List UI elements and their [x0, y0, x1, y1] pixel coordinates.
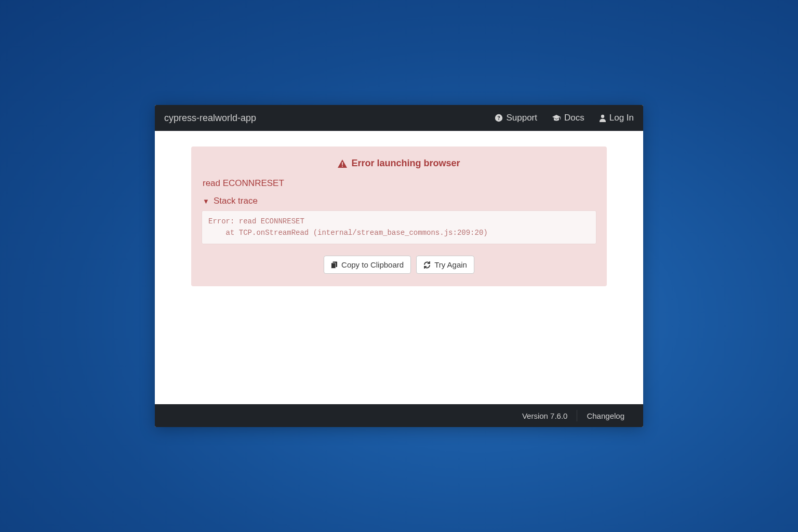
version-label: Version 7.6.0	[513, 411, 577, 420]
footer-bar: Version 7.6.0 Changelog	[155, 404, 643, 427]
clipboard-icon	[331, 261, 338, 269]
copy-button-label: Copy to Clipboard	[341, 260, 404, 269]
docs-link[interactable]: Docs	[552, 113, 584, 123]
stack-trace-label: Stack trace	[214, 196, 258, 206]
copy-to-clipboard-button[interactable]: Copy to Clipboard	[324, 256, 411, 274]
graduation-cap-icon	[552, 114, 561, 122]
error-message: read ECONNRESET	[202, 178, 596, 189]
app-window: cypress-realworld-app Support Docs	[155, 105, 643, 427]
changelog-link[interactable]: Changelog	[577, 411, 634, 420]
login-link[interactable]: Log In	[599, 113, 634, 123]
stack-trace-code: Error: read ECONNRESET at TCP.onStreamRe…	[202, 210, 596, 244]
svg-rect-1	[560, 117, 561, 119]
try-again-button[interactable]: Try Again	[416, 256, 474, 274]
svg-point-2	[601, 115, 604, 118]
app-title: cypress-realworld-app	[164, 113, 256, 124]
svg-rect-4	[342, 165, 343, 166]
question-circle-icon	[495, 114, 503, 122]
warning-icon	[338, 159, 347, 168]
svg-rect-6	[331, 263, 336, 269]
main-content: Error launching browser read ECONNRESET …	[155, 131, 643, 404]
user-icon	[599, 114, 606, 122]
error-title: Error launching browser	[351, 158, 460, 169]
login-label: Log In	[609, 113, 634, 123]
try-again-button-label: Try Again	[434, 260, 467, 269]
caret-down-icon: ▼	[203, 197, 209, 205]
error-panel: Error launching browser read ECONNRESET …	[191, 147, 607, 286]
support-link[interactable]: Support	[495, 113, 537, 123]
button-row: Copy to Clipboard Try Again	[202, 256, 596, 274]
docs-label: Docs	[564, 113, 584, 123]
header-bar: cypress-realworld-app Support Docs	[155, 105, 643, 131]
refresh-icon	[423, 261, 431, 269]
error-title-row: Error launching browser	[202, 158, 596, 169]
support-label: Support	[506, 113, 537, 123]
stack-trace-toggle[interactable]: ▼ Stack trace	[202, 196, 596, 206]
svg-rect-3	[342, 162, 343, 165]
